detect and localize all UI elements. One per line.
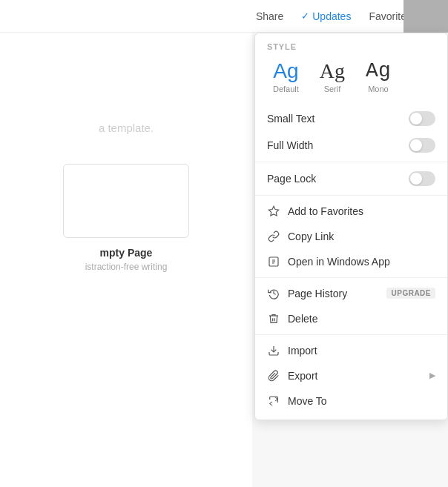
page-content: a template. mpty Page istraction-free wr… bbox=[0, 33, 252, 487]
divider-3 bbox=[255, 277, 447, 278]
style-char-default: Ag bbox=[273, 60, 298, 83]
import-item[interactable]: Import bbox=[255, 338, 447, 363]
full-width-label: Full Width bbox=[267, 139, 313, 151]
updates-button[interactable]: ✓ Updates bbox=[294, 7, 358, 25]
open-windows-label: Open in Windows App bbox=[288, 256, 435, 268]
style-name-default: Default bbox=[273, 85, 299, 93]
add-favorites-item[interactable]: Add to Favorites bbox=[255, 199, 447, 224]
copy-link-item[interactable]: Copy Link bbox=[255, 224, 447, 249]
page-card bbox=[63, 164, 189, 238]
trash-icon bbox=[267, 312, 280, 325]
check-icon: ✓ bbox=[301, 10, 309, 21]
full-width-row: Full Width bbox=[255, 132, 447, 159]
page-lock-label: Page Lock bbox=[267, 173, 316, 185]
active-tab-highlight bbox=[403, 0, 448, 33]
small-text-row: Small Text bbox=[255, 105, 447, 132]
export-item[interactable]: Export ▶ bbox=[255, 363, 447, 388]
page-history-item[interactable]: Page History UPGRADE bbox=[255, 281, 447, 306]
move-icon bbox=[267, 394, 280, 408]
open-windows-item[interactable]: Open in Windows App bbox=[255, 249, 447, 274]
page-lock-row: Page Lock bbox=[255, 165, 447, 192]
delete-label: Delete bbox=[288, 313, 435, 325]
style-option-default[interactable]: Ag Default bbox=[267, 57, 305, 96]
delete-item[interactable]: Delete bbox=[255, 306, 447, 331]
notion-icon bbox=[267, 255, 280, 268]
export-icon bbox=[267, 369, 280, 382]
style-name-serif: Serif bbox=[324, 85, 341, 93]
style-char-mono: Ag bbox=[366, 60, 391, 83]
page-lock-toggle[interactable] bbox=[409, 171, 435, 186]
move-to-label: Move To bbox=[288, 395, 435, 407]
divider-1 bbox=[255, 162, 447, 162]
template-text: a template. bbox=[99, 122, 154, 134]
star-icon bbox=[267, 205, 280, 218]
style-name-mono: Mono bbox=[368, 85, 389, 93]
share-button[interactable]: Share bbox=[248, 7, 291, 25]
page-card-label: mpty Page bbox=[100, 247, 153, 259]
add-favorites-label: Add to Favorites bbox=[288, 205, 435, 217]
divider-4 bbox=[255, 334, 447, 335]
small-text-label: Small Text bbox=[267, 113, 314, 125]
style-options: Ag Default Ag Serif Ag Mono bbox=[255, 57, 447, 105]
import-label: Import bbox=[288, 345, 435, 357]
dropdown-panel: STYLE Ag Default Ag Serif Ag Mono Small … bbox=[254, 33, 448, 420]
export-label: Export bbox=[288, 370, 422, 382]
copy-link-icon bbox=[267, 230, 280, 243]
move-to-item[interactable]: Move To bbox=[255, 388, 447, 414]
style-section-label: STYLE bbox=[255, 33, 447, 57]
style-option-mono[interactable]: Ag Mono bbox=[360, 57, 397, 96]
style-option-serif[interactable]: Ag Serif bbox=[314, 57, 351, 96]
page-card-sublabel: istraction-free writing bbox=[85, 262, 168, 272]
favorite-label: Favorite bbox=[369, 10, 406, 22]
top-bar: Share ✓ Updates Favorite ··· bbox=[0, 0, 448, 33]
copy-link-label: Copy Link bbox=[288, 231, 435, 242]
page-history-label: Page History bbox=[288, 288, 379, 299]
style-char-serif: Ag bbox=[320, 60, 345, 83]
import-icon bbox=[267, 344, 280, 357]
history-icon bbox=[267, 287, 280, 300]
export-arrow-icon: ▶ bbox=[429, 371, 435, 380]
updates-label: Updates bbox=[312, 10, 351, 22]
divider-2 bbox=[255, 195, 447, 196]
upgrade-badge: UPGRADE bbox=[386, 288, 435, 299]
svg-marker-0 bbox=[269, 206, 278, 216]
small-text-toggle[interactable] bbox=[409, 111, 435, 126]
share-label: Share bbox=[256, 10, 283, 22]
full-width-toggle[interactable] bbox=[409, 138, 435, 153]
